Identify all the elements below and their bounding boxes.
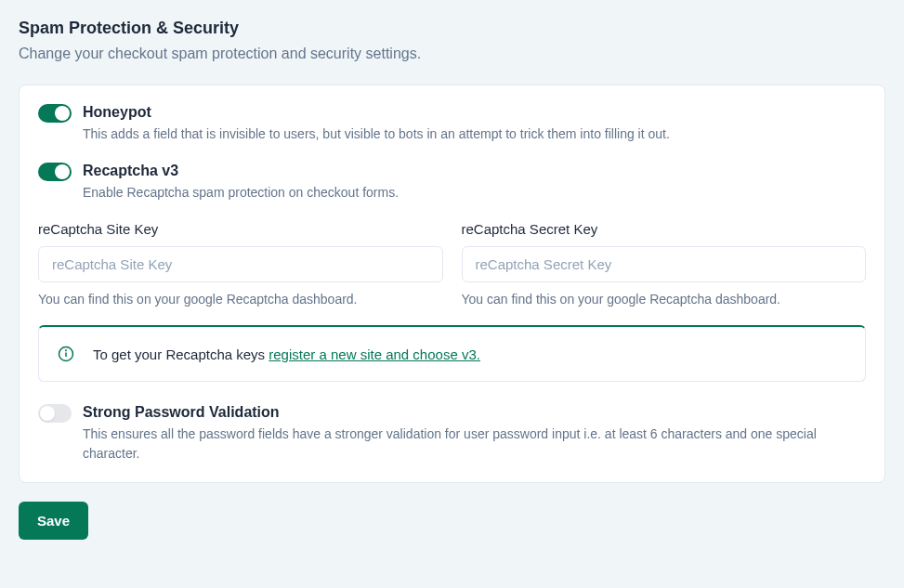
recaptcha-description: Enable Recaptcha spam protection on chec…: [83, 183, 866, 203]
recaptcha-row: Recaptcha v3 Enable Recaptcha spam prote…: [38, 163, 866, 203]
honeypot-label: Honeypot: [83, 104, 866, 121]
honeypot-toggle[interactable]: [38, 104, 72, 123]
info-icon: [58, 346, 74, 362]
secret-key-label: reCaptcha Secret Key: [462, 221, 867, 237]
honeypot-description: This adds a field that is invisible to u…: [83, 124, 866, 144]
strong-password-content: Strong Password Validation This ensures …: [83, 404, 866, 464]
site-key-label: reCaptcha Site Key: [38, 221, 443, 237]
secret-key-input[interactable]: [462, 246, 867, 282]
register-recaptcha-link[interactable]: register a new site and choose v3.: [269, 346, 480, 362]
site-key-hint: You can find this on your google Recaptc…: [38, 292, 443, 307]
alert-prefix: To get your Recaptcha keys: [93, 346, 269, 362]
save-button[interactable]: Save: [19, 502, 88, 540]
strong-password-label: Strong Password Validation: [83, 404, 866, 421]
honeypot-row: Honeypot This adds a field that is invis…: [38, 104, 866, 144]
settings-card: Honeypot This adds a field that is invis…: [19, 85, 885, 483]
secret-key-hint: You can find this on your google Recaptc…: [462, 292, 867, 307]
svg-point-2: [66, 350, 67, 351]
honeypot-content: Honeypot This adds a field that is invis…: [83, 104, 866, 144]
site-key-group: reCaptcha Site Key You can find this on …: [38, 221, 443, 307]
recaptcha-content: Recaptcha v3 Enable Recaptcha spam prote…: [83, 163, 866, 203]
settings-section: Spam Protection & Security Change your c…: [19, 19, 885, 540]
site-key-input[interactable]: [38, 246, 443, 282]
strong-password-toggle[interactable]: [38, 404, 72, 423]
recaptcha-label: Recaptcha v3: [83, 163, 866, 179]
secret-key-group: reCaptcha Secret Key You can find this o…: [462, 221, 867, 307]
recaptcha-keys-row: reCaptcha Site Key You can find this on …: [38, 221, 866, 307]
recaptcha-toggle[interactable]: [38, 163, 72, 181]
section-title: Spam Protection & Security: [19, 19, 885, 38]
alert-text: To get your Recaptcha keys register a ne…: [93, 346, 480, 362]
strong-password-description: This ensures all the password fields hav…: [83, 425, 866, 464]
strong-password-row: Strong Password Validation This ensures …: [38, 404, 866, 464]
recaptcha-alert: To get your Recaptcha keys register a ne…: [38, 325, 866, 382]
section-subtitle: Change your checkout spam protection and…: [19, 46, 885, 62]
